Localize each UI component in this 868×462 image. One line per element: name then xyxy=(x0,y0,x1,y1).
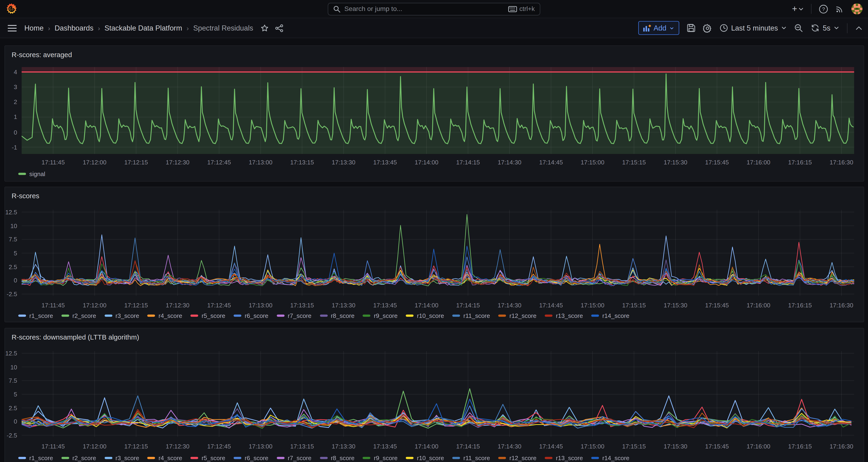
legend-label: r3_score xyxy=(115,455,139,461)
legend-item-r1_score[interactable]: r1_score xyxy=(18,455,53,461)
x-tick-label: 17:13:15 xyxy=(285,302,318,308)
y-tick-label: 5 xyxy=(4,250,17,256)
legend-item-r4_score[interactable]: r4_score xyxy=(148,455,182,461)
x-tick-label: 17:15:30 xyxy=(659,159,692,165)
y-axis: 12.5107.552.50-2.5 xyxy=(5,210,19,296)
legend-item-r1_score[interactable]: r1_score xyxy=(18,312,53,319)
settings-gear-icon[interactable] xyxy=(703,24,712,32)
keyboard-icon xyxy=(508,6,517,12)
legend-label: r5_score xyxy=(202,312,225,319)
new-menu-button[interactable]: + xyxy=(792,4,804,13)
legend-label: r4_score xyxy=(159,312,182,319)
legend-label: r11_score xyxy=(464,312,490,319)
x-tick-label: 17:15:45 xyxy=(701,159,734,165)
chart-plot-area[interactable] xyxy=(22,351,854,437)
legend-item-r2_score[interactable]: r2_score xyxy=(61,312,96,319)
legend-item-r9_score[interactable]: r9_score xyxy=(363,455,398,461)
search-placeholder: Search or jump to... xyxy=(344,5,508,12)
legend-label: r10_score xyxy=(417,455,444,461)
y-tick-label: 5 xyxy=(4,391,17,397)
breadcrumb-separator: › xyxy=(98,24,100,32)
legend-item-r6_score[interactable]: r6_score xyxy=(234,312,268,319)
legend-label: r8_score xyxy=(331,312,354,319)
legend-item-r13_score[interactable]: r13_score xyxy=(545,455,583,461)
help-button[interactable]: ? xyxy=(819,4,828,13)
legend-item-r11_score[interactable]: r11_score xyxy=(452,455,490,461)
legend-item-r12_score[interactable]: r12_score xyxy=(498,312,536,319)
x-tick-label: 17:16:15 xyxy=(783,302,816,308)
search-input[interactable]: Search or jump to... ctrl+k xyxy=(328,3,540,16)
x-tick-label: 17:12:15 xyxy=(120,443,153,450)
legend-label: r5_score xyxy=(202,455,225,461)
legend-item-r2_score[interactable]: r2_score xyxy=(61,455,96,461)
panel-title[interactable]: R-scores: averaged xyxy=(12,51,72,59)
add-panel-button[interactable]: Add xyxy=(638,21,679,35)
legend-item-r9_score[interactable]: r9_score xyxy=(363,312,398,319)
x-tick-label: 17:15:15 xyxy=(617,443,650,450)
legend-swatch xyxy=(277,457,284,459)
help-icon: ? xyxy=(819,4,828,13)
toolbar-actions: Add Last 5 minutes xyxy=(638,21,863,35)
legend-item-r14_score[interactable]: r14_score xyxy=(591,455,629,461)
legend-item-r3_score[interactable]: r3_score xyxy=(104,312,139,319)
legend-item-r10_score[interactable]: r10_score xyxy=(406,455,444,461)
x-axis: 17:11:4517:12:0017:12:1517:12:3017:12:45… xyxy=(22,302,854,309)
add-panel-icon xyxy=(643,24,651,31)
panel-rscores-downsampled: R-scores: downsampled (LTTB algorithm) 1… xyxy=(4,328,864,462)
legend-item-r7_score[interactable]: r7_score xyxy=(277,455,311,461)
x-axis: 17:11:4517:12:0017:12:1517:12:3017:12:45… xyxy=(22,443,854,451)
legend-item-r12_score[interactable]: r12_score xyxy=(498,455,536,461)
panel-title[interactable]: R-scores: downsampled (LTTB algorithm) xyxy=(12,333,139,341)
refresh-picker[interactable]: 5s xyxy=(811,24,839,32)
x-tick-label: 17:15:30 xyxy=(659,443,692,450)
legend-item-r5_score[interactable]: r5_score xyxy=(190,312,225,319)
legend-swatch xyxy=(148,457,155,459)
legend-item-r8_score[interactable]: r8_score xyxy=(320,312,354,319)
x-tick-label: 17:13:15 xyxy=(285,159,318,165)
breadcrumb-home[interactable]: Home xyxy=(24,24,43,32)
breadcrumb-dashboards[interactable]: Dashboards xyxy=(55,24,93,32)
chevron-down-icon xyxy=(781,26,787,30)
breadcrumb-separator: › xyxy=(48,24,50,32)
y-axis: 12.5107.552.50-2.5 xyxy=(5,351,19,437)
x-tick-label: 17:15:45 xyxy=(701,302,734,308)
legend-swatch xyxy=(234,315,241,317)
save-dashboard-icon[interactable] xyxy=(687,24,695,32)
x-tick-label: 17:16:30 xyxy=(825,159,858,165)
news-button[interactable] xyxy=(835,4,844,13)
legend-swatch xyxy=(363,315,370,317)
time-range-picker[interactable]: Last 5 minutes xyxy=(719,24,787,32)
chart-plot-area[interactable] xyxy=(22,210,854,296)
collapse-up-icon[interactable] xyxy=(855,26,862,30)
legend-item-r6_score[interactable]: r6_score xyxy=(234,455,268,461)
legend-item-r7_score[interactable]: r7_score xyxy=(277,312,311,319)
chevron-down-icon xyxy=(798,7,804,11)
avatar[interactable] xyxy=(851,3,862,14)
legend-item-r10_score[interactable]: r10_score xyxy=(406,312,444,319)
legend-item-r14_score[interactable]: r14_score xyxy=(591,312,629,319)
panel-title[interactable]: R-scores xyxy=(12,192,39,200)
x-tick-label: 17:13:45 xyxy=(368,159,401,165)
legend-item-r8_score[interactable]: r8_score xyxy=(320,455,354,461)
grafana-logo-icon[interactable] xyxy=(6,3,18,15)
refresh-icon[interactable] xyxy=(811,24,819,32)
legend-item-r11_score[interactable]: r11_score xyxy=(452,312,490,319)
legend-item-r13_score[interactable]: r13_score xyxy=(545,312,583,319)
legend-swatch xyxy=(148,315,155,317)
legend-item-r5_score[interactable]: r5_score xyxy=(190,455,225,461)
legend-item-signal[interactable]: signal xyxy=(18,171,45,177)
favorite-star-icon[interactable] xyxy=(261,24,269,32)
series-line-r2_score xyxy=(22,215,854,286)
x-tick-label: 17:12:45 xyxy=(203,443,236,450)
breadcrumb-folder[interactable]: Stackable Data Platform xyxy=(104,24,182,32)
chart-plot-area[interactable] xyxy=(22,67,854,154)
legend-swatch xyxy=(498,315,506,317)
x-tick-label: 17:12:30 xyxy=(161,159,194,165)
legend-swatch xyxy=(18,457,26,459)
y-tick-label: -2.5 xyxy=(4,291,17,297)
zoom-out-icon[interactable] xyxy=(795,24,803,32)
menu-toggle-icon[interactable] xyxy=(8,25,17,31)
share-icon[interactable] xyxy=(275,24,284,32)
legend-item-r3_score[interactable]: r3_score xyxy=(104,455,139,461)
legend-item-r4_score[interactable]: r4_score xyxy=(148,312,182,319)
